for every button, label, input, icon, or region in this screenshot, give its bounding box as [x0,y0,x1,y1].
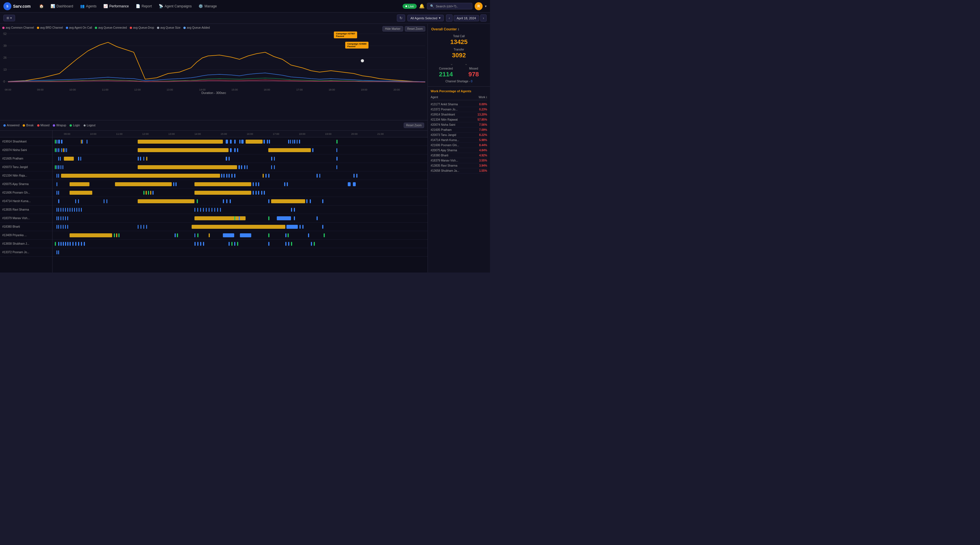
agent-label: #19914 Shashikant [0,137,52,146]
legend-agent-on-call-label: avg Agent On Call [69,26,92,29]
svg-text:13:00: 13:00 [167,88,173,91]
timeline-bar [291,208,292,212]
timeline-bar [57,174,57,178]
timeline-bar [70,191,92,195]
timeline-bar [138,165,237,169]
timeline-bar [61,148,62,152]
timeline-bar [324,234,325,237]
timeline-bar [67,216,68,220]
work-table-header: Agent Work ℹ [431,96,487,100]
timeline-bar [262,174,264,178]
timeline-bar [70,208,70,212]
nav-agents[interactable]: 👥 Agents [77,3,99,10]
timeline-bar [70,182,89,186]
timeline-bar [58,216,59,220]
wrapup-dot [53,124,55,127]
timeline-bar [226,157,227,160]
timeline-bar [302,225,304,229]
timeline-bar [84,242,85,246]
notification-bell-icon[interactable]: 🔔 [419,3,425,9]
timeline-bar [200,208,201,212]
user-avatar[interactable]: R [475,2,483,10]
timeline-bar [223,199,224,203]
timeline-bar [203,208,204,212]
timeline-bar [336,157,337,160]
timeline-bar [217,208,218,212]
time-label-5: 14:00 [194,133,201,135]
logo[interactable]: S Sarv.com [3,2,31,10]
legend-logout: Logout [83,124,95,127]
timeline-bar [266,174,267,178]
timeline-bar [288,242,289,246]
timeline-bar [214,208,215,212]
svg-text:26: 26 [3,56,7,59]
legend-queue-size-dot [157,27,159,29]
agent-label: #13409 Priyanka ... [0,231,52,240]
total-call-value: 13425 [431,38,487,46]
timeline-bar [200,242,201,246]
nav-campaigns[interactable]: 📡 Agent Campaigns [156,3,194,10]
nav-manage[interactable]: ⚙️ Manage [196,3,220,10]
timeline-bar [116,234,117,237]
nav-report[interactable]: 📄 Report [133,3,155,10]
timeline-bar [274,157,275,160]
nav-performance[interactable]: 📈 Performance [100,3,132,10]
timeline-bar [143,225,144,229]
timeline-bar [66,148,67,152]
timeline-bar [58,208,59,212]
legend-brd-channel: avg BRD Channel [37,26,63,29]
chart-section: avg Common Channel avg BRD Channel avg A… [0,24,428,120]
work-agent-row: #20073 Tanu Jangid8.22% [431,133,487,138]
timeline-bar [208,208,210,212]
timeline-bar [58,250,59,254]
time-label-2: 11:00 [116,133,123,135]
filter-button[interactable]: ⊞ ▾ [3,15,15,21]
timeline-bar [107,199,107,203]
timeline-bar [239,216,240,220]
timeline-bar [61,140,62,144]
timeline-scroll-area[interactable]: 09:00 10:00 11:00 12:00 13:00 14:00 15:0… [52,130,428,272]
live-label: Live [408,5,414,8]
work-agent-pct: 0.23% [479,108,487,111]
date-next-button[interactable]: › [480,14,487,22]
agents-icon: 👥 [80,4,84,8]
timeline-bar [173,182,174,186]
left-panel: avg Common Channel avg BRD Channel avg A… [0,24,428,272]
total-call-section: Total Call 13425 [431,35,487,46]
refresh-button[interactable]: ↻ [397,14,405,22]
nav-home[interactable]: 🏠 [37,3,46,10]
legend-queue-drop-label: avg Queue-Drop [133,26,154,29]
timeline-bar [70,234,112,237]
timeline-bar [67,242,68,246]
timeline-bar [317,216,318,220]
legend-queue-connected-label: avg Queue-Connected [98,26,127,29]
timeline-bar [58,174,59,178]
timeline-bar [57,191,57,195]
legend-queue-added: avg Queue-Added [183,26,210,29]
timeline-bar [268,216,269,220]
timeline-bar [140,157,141,160]
timeline-bar [230,199,231,203]
timeline-bar [138,157,139,160]
timeline-bar [194,234,195,237]
agent-row [52,214,428,222]
timeline-bar [197,234,199,237]
timeline-bar [239,165,240,169]
search-box[interactable]: 🔍 Search (ctrl+?).. [427,3,473,10]
agent-row [52,163,428,172]
timeline-bar [311,242,312,246]
answered-label: Answered [7,124,19,127]
work-agent-pct: 5.98% [479,138,487,141]
agents-dropdown[interactable]: All Agents Selected ▾ [407,15,444,21]
date-prev-button[interactable]: ‹ [446,14,452,22]
nav-campaigns-label: Agent Campaigns [165,4,192,8]
agent-label: #21605 Pratham [0,154,52,163]
timeline-reset-zoom-button[interactable]: Reset Zoom [404,122,424,128]
timeline-bar [115,182,172,186]
nav-dashboard-label: Dashboard [57,4,73,8]
nav-dashboard[interactable]: 📊 Dashboard [48,3,76,10]
svg-text:17:00: 17:00 [296,88,303,91]
agent-label-column: #19914 Shashikant#20074 Nisha Saini#2160… [0,130,52,272]
svg-text:14:00: 14:00 [199,88,205,91]
time-label-10: 19:00 [325,133,332,135]
